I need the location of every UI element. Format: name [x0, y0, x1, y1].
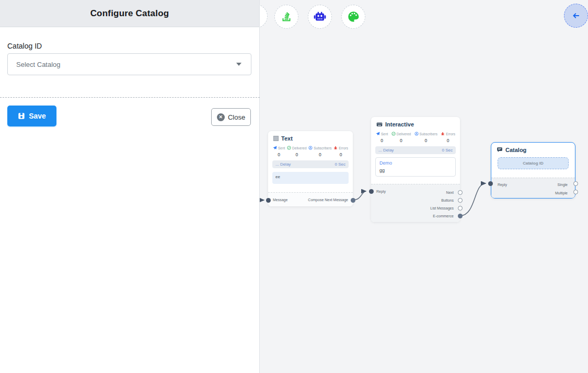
catalog-node[interactable]: Catalog Catalog ID Reply Single Multiple — [491, 142, 575, 199]
reply-input-handle[interactable] — [369, 189, 374, 194]
close-icon: ✕ — [217, 113, 225, 121]
stack-node-button[interactable] — [274, 5, 298, 29]
single-output-handle[interactable] — [573, 181, 578, 186]
delay-row[interactable]: ... Delay 0 Sec — [375, 146, 456, 154]
catalog-select-value: Select Catalog — [16, 61, 61, 68]
reply-input-label: Reply — [498, 183, 507, 186]
interactive-type-icon — [376, 121, 383, 127]
compose-next-message-label: Compose Next Message — [308, 198, 348, 202]
flow-canvas[interactable]: Text Sent 0 Delivered 0 Subscri — [260, 0, 588, 373]
text-node-footer: Message Compose Next Message — [268, 192, 353, 206]
configure-catalog-panel: Configure Catalog Catalog ID Select Cata… — [0, 0, 260, 373]
catalog-node-header: Catalog — [491, 143, 575, 155]
message-input-handle[interactable] — [266, 198, 271, 203]
collapse-panel-button[interactable] — [564, 4, 588, 28]
stat-sent: Sent 0 — [273, 146, 285, 157]
interactive-content[interactable]: Demo gg — [375, 157, 456, 177]
output-multiple-label: Multiple — [555, 191, 568, 195]
save-icon — [18, 112, 25, 120]
save-button[interactable]: Save — [7, 106, 56, 126]
catalog-id-field[interactable]: Catalog ID — [498, 157, 569, 169]
catalog-id-label: Catalog ID — [7, 42, 42, 50]
bot-node-button[interactable] — [308, 5, 332, 29]
errors-icon — [441, 132, 445, 136]
multiple-output-handle[interactable] — [573, 190, 578, 194]
divider — [0, 97, 260, 98]
theme-node-button[interactable] — [341, 5, 365, 29]
robot-icon — [313, 10, 327, 24]
output-ecommerce-label: E-commerce — [433, 214, 454, 218]
left-arrow-icon — [571, 11, 581, 20]
ecommerce-output-handle[interactable] — [458, 214, 463, 218]
delivered-icon — [287, 146, 291, 150]
message-preview[interactable]: ee — [272, 172, 349, 184]
stat-subscribers: Subscribers 0 — [308, 146, 331, 157]
stat-subscribers: Subscribers 0 — [414, 132, 437, 143]
sent-icon — [376, 132, 380, 136]
reply-input-handle[interactable] — [488, 181, 493, 186]
interactive-node[interactable]: Interactive Sent 0 Delivered 0 — [371, 117, 460, 222]
output-single-label: Single — [558, 183, 568, 186]
close-button-label: Close — [228, 113, 245, 121]
interactive-node-header: Interactive — [371, 117, 460, 130]
output-buttons-label: Buttons — [441, 199, 454, 202]
stat-sent: Sent 0 — [376, 132, 388, 143]
catalog-type-icon — [497, 147, 503, 153]
toolbar-circle-partial[interactable] — [260, 4, 268, 28]
list-messages-output-handle[interactable] — [458, 206, 463, 211]
stat-delivered: Delivered 0 — [287, 146, 306, 157]
interactive-node-footer: Reply Next Buttons List Messages E-comme… — [371, 184, 460, 222]
interactive-content-body: gg — [379, 168, 452, 173]
stat-errors: Errors 0 — [441, 132, 455, 143]
palette-icon — [347, 10, 360, 24]
compose-next-message-handle[interactable] — [351, 198, 355, 203]
chevron-down-icon — [236, 63, 241, 66]
delay-label: ... Delay — [378, 148, 394, 153]
edge-interactive-to-catalog — [460, 183, 486, 216]
close-button[interactable]: ✕ Close — [211, 108, 251, 126]
output-list-messages-label: List Messages — [430, 206, 454, 210]
sent-icon — [273, 146, 277, 150]
catalog-node-footer: Reply Single Multiple — [491, 178, 575, 198]
text-node-header: Text — [268, 131, 353, 144]
interactive-node-stats: Sent 0 Delivered 0 Subscribers 0 — [371, 130, 460, 144]
buttons-output-handle[interactable] — [458, 198, 463, 203]
panel-header: Configure Catalog — [0, 0, 259, 27]
errors-icon — [333, 146, 338, 150]
stat-delivered: Delivered 0 — [391, 132, 411, 143]
text-node[interactable]: Text Sent 0 Delivered 0 Subscri — [268, 131, 353, 206]
interactive-content-title: Demo — [379, 160, 452, 166]
reply-input-label: Reply — [376, 190, 386, 193]
subscribers-icon — [414, 132, 419, 136]
stat-errors: Errors 0 — [333, 146, 348, 157]
delay-row[interactable]: ... Delay 0 Sec — [272, 160, 349, 168]
next-output-handle[interactable] — [458, 190, 463, 195]
delay-value: 0 Sec — [442, 148, 453, 153]
message-input-label: Message — [273, 198, 287, 202]
text-type-icon — [273, 136, 279, 141]
text-node-title: Text — [281, 135, 293, 142]
delay-value: 0 Sec — [335, 162, 345, 167]
catalog-node-title: Catalog — [505, 147, 526, 153]
delay-label: ... Delay — [275, 162, 291, 167]
stack-icon — [280, 10, 293, 23]
text-node-stats: Sent 0 Delivered 0 Subscribers 0 — [268, 144, 353, 158]
page-title: Configure Catalog — [90, 8, 169, 19]
interactive-node-title: Interactive — [385, 121, 414, 127]
output-next-label: Next — [446, 191, 454, 194]
catalog-select[interactable]: Select Catalog — [7, 53, 251, 75]
subscribers-icon — [308, 146, 313, 150]
save-button-label: Save — [29, 112, 46, 120]
delivered-icon — [391, 132, 396, 136]
